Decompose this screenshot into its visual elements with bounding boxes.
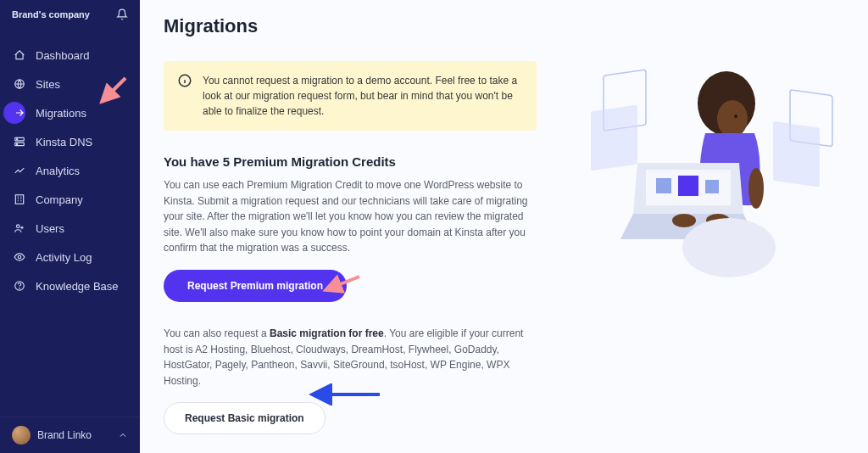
sidebar-item-label: Users [36, 222, 64, 235]
svg-point-24 [672, 214, 696, 227]
help-icon [12, 278, 27, 294]
dashboard-icon [12, 48, 27, 63]
sidebar-item-analytics[interactable]: Analytics [0, 156, 140, 185]
svg-point-3 [17, 139, 18, 140]
sidebar-item-users[interactable]: Users [0, 214, 140, 243]
info-icon [177, 73, 192, 119]
request-premium-button[interactable]: Request Premium migration [164, 270, 347, 302]
svg-point-9 [19, 288, 20, 289]
svg-rect-21 [656, 178, 671, 193]
basic-paragraph: You can also request a Basic migration f… [164, 326, 537, 389]
activity-icon [12, 249, 27, 265]
svg-point-19 [748, 168, 764, 209]
company-icon [12, 192, 27, 207]
credits-paragraph: You can use each Premium Migration Credi… [164, 177, 537, 256]
dns-icon [12, 134, 27, 149]
svg-rect-12 [591, 105, 637, 171]
sidebar-item-label: Sites [36, 78, 60, 91]
sidebar-item-label: Knowledge Base [36, 280, 119, 293]
svg-point-7 [18, 255, 21, 259]
sidebar-item-migrations[interactable]: Migrations [0, 98, 140, 127]
sidebar-item-label: Migrations [36, 107, 86, 120]
sidebar-item-dns[interactable]: Kinsta DNS [0, 127, 140, 156]
sidebar: Brand's company Dashboard Sites [0, 0, 140, 453]
avatar [12, 426, 31, 445]
svg-point-6 [17, 225, 20, 228]
sidebar-item-label: Company [36, 193, 83, 206]
sidebar-item-activity[interactable]: Activity Log [0, 243, 140, 271]
svg-rect-22 [678, 176, 698, 196]
svg-point-4 [17, 143, 18, 144]
notice-banner: You cannot request a migration to a demo… [164, 61, 537, 131]
sidebar-item-label: Analytics [36, 165, 80, 177]
sidebar-item-dashboard[interactable]: Dashboard [0, 41, 140, 70]
notice-text: You cannot request a migration to a demo… [203, 73, 523, 119]
migrations-icon [12, 105, 27, 120]
sidebar-nav: Dashboard Sites Migrations Kinsta DNS [0, 41, 140, 417]
migration-illustration [587, 53, 849, 290]
svg-point-26 [682, 218, 776, 277]
user-name: Brand Linko [37, 429, 92, 441]
svg-rect-5 [15, 195, 23, 204]
sidebar-header: Brand's company [0, 0, 140, 29]
page-title: Migrations [164, 15, 844, 37]
credits-heading: You have 5 Premium Migration Credits [164, 154, 537, 169]
svg-point-17 [734, 115, 737, 118]
users-icon [12, 221, 27, 236]
sidebar-item-label: Kinsta DNS [36, 136, 92, 148]
sites-icon [12, 76, 27, 92]
bell-icon[interactable] [116, 8, 128, 20]
svg-point-16 [717, 100, 748, 137]
sidebar-item-label: Activity Log [36, 251, 92, 264]
sidebar-item-kb[interactable]: Knowledge Base [0, 271, 140, 300]
sidebar-user[interactable]: Brand Linko [0, 417, 140, 453]
sidebar-item-label: Dashboard [36, 49, 90, 62]
svg-rect-14 [773, 121, 820, 187]
sidebar-item-sites[interactable]: Sites [0, 70, 140, 98]
analytics-icon [12, 163, 27, 178]
request-basic-button[interactable]: Request Basic migration [164, 402, 326, 434]
svg-rect-23 [705, 180, 719, 193]
company-label: Brand's company [12, 9, 90, 20]
main-content: Migrations You cannot request a migratio… [140, 0, 868, 453]
chevron-up-icon [118, 430, 128, 440]
sidebar-item-company[interactable]: Company [0, 185, 140, 214]
